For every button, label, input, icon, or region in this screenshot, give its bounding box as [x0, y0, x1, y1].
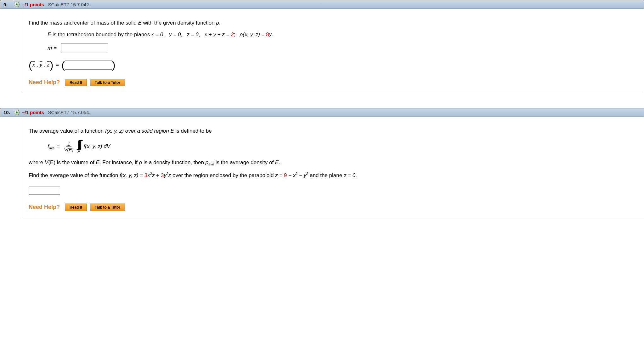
question-number: 10. [3, 110, 11, 115]
right-paren-2: ) [112, 60, 116, 70]
points-value: –/1 [22, 2, 29, 7]
definition-where: where V(E) is the volume of E. For insta… [29, 159, 637, 167]
expand-icon[interactable]: + [14, 2, 20, 7]
expand-icon[interactable]: + [14, 110, 20, 115]
triple-integral-icon: ∫∫∫ E [77, 139, 80, 154]
region-description: E is the tetrahedron bounded by the plan… [48, 32, 637, 38]
left-paren-2: ( [61, 60, 65, 70]
question-body: The average value of a function f(x, y, … [22, 117, 644, 217]
points-label: points [30, 2, 44, 7]
talk-to-tutor-button[interactable]: Talk to a Tutor [90, 204, 125, 211]
question-header: 9. + –/1 points SCalcET7 15.7.042. [0, 0, 644, 9]
question-source: SCalcET7 15.7.054. [48, 110, 90, 115]
right-paren: ) [50, 60, 54, 70]
answer-row [29, 184, 637, 195]
center-of-mass-row: ( x, y, z ) = ( ) [29, 60, 637, 70]
question-source: SCalcET7 15.7.042. [48, 2, 90, 7]
question-10: 10. + –/1 points SCalcET7 15.7.054. The … [0, 108, 644, 217]
mass-answer-row: m = [48, 43, 637, 53]
definition-intro: The average value of a function f(x, y, … [29, 127, 637, 135]
question-body: Find the mass and center of mass of the … [22, 9, 644, 92]
prompt: Find the mass and center of mass of the … [29, 19, 637, 27]
help-row: Need Help? Read It Talk to a Tutor [29, 79, 637, 86]
points-label: points [30, 110, 44, 115]
question-number: 9. [3, 2, 11, 7]
help-row: Need Help? Read It Talk to a Tutor [29, 204, 637, 211]
need-help-label: Need Help? [29, 204, 60, 210]
com-vector: x, y, z [32, 62, 50, 68]
talk-to-tutor-button[interactable]: Talk to a Tutor [90, 79, 125, 86]
question-9: 9. + –/1 points SCalcET7 15.7.042. Find … [0, 0, 644, 92]
fraction: 1 V(E) [63, 141, 75, 152]
points-value: –/1 [22, 110, 29, 115]
left-paren: ( [29, 60, 32, 70]
task-prompt: Find the average value of the function f… [29, 171, 637, 179]
read-it-button[interactable]: Read It [65, 79, 87, 86]
average-value-input[interactable] [29, 187, 60, 195]
question-header: 10. + –/1 points SCalcET7 15.7.054. [0, 108, 644, 117]
read-it-button[interactable]: Read It [65, 204, 87, 211]
center-of-mass-input[interactable] [65, 60, 112, 70]
mass-label: m = [48, 45, 57, 51]
mass-input[interactable] [61, 43, 108, 53]
need-help-label: Need Help? [29, 79, 60, 86]
fave-formula: fave = 1 V(E) ∫∫∫ E f(x, y, z) dV [48, 139, 637, 154]
